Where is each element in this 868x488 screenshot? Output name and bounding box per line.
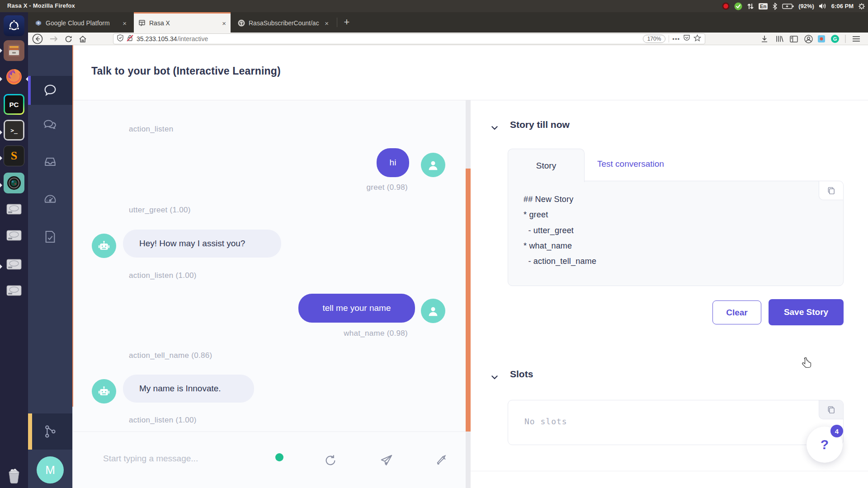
running-indicator: [0, 156, 2, 160]
save-story-button[interactable]: Save Story: [769, 299, 844, 325]
grammarly-extension-icon[interactable]: G: [830, 33, 840, 45]
page-actions-button[interactable]: •••: [672, 36, 680, 42]
user-message-bubble[interactable]: tell me your name: [298, 294, 415, 323]
sidebar-item-conversations[interactable]: [28, 111, 72, 140]
chat-scrollbar-thumb[interactable]: [466, 169, 471, 432]
clear-button[interactable]: Clear: [712, 300, 761, 324]
tab-test-conversation[interactable]: Test conversation: [597, 159, 664, 169]
network-arrows-icon[interactable]: [747, 3, 754, 10]
toolbar-separator: [844, 33, 847, 45]
focused-window-indicator: [26, 77, 28, 81]
story-line: * what_name: [524, 241, 572, 251]
intent-label[interactable]: what_name (0.98): [317, 329, 408, 338]
story-side-panel: Story till now Story Test conversation #…: [471, 100, 868, 488]
pocket-icon[interactable]: [683, 34, 690, 43]
story-line: - utter_greet: [524, 226, 574, 235]
bot-message-bubble[interactable]: Hey! How may I assist you?: [123, 230, 281, 258]
tracking-shield-icon[interactable]: [117, 34, 123, 43]
system-tray: En (92%) 6:06 PM: [722, 0, 865, 12]
gauge-icon: [43, 192, 57, 206]
person-icon: [426, 304, 440, 318]
chat-bubble-icon: [43, 83, 57, 98]
connection-status-dot: [275, 453, 283, 461]
tab-close-icon[interactable]: ×: [222, 19, 226, 27]
dock-disk-4-icon[interactable]: [4, 280, 24, 301]
dock-terminal-icon[interactable]: >_: [4, 120, 24, 141]
tab-close-icon[interactable]: ×: [123, 19, 127, 27]
browser-tab-bar: Google Cloud Platform × Rasa X × RasaSub…: [0, 12, 868, 33]
library-button[interactable]: [774, 33, 785, 45]
send-message-icon[interactable]: [379, 453, 394, 468]
annotate-pen-icon[interactable]: [434, 453, 449, 468]
browser-nav-bar: 35.233.105.34 /interactive 170% •••: [0, 33, 868, 45]
dock-sublime-icon[interactable]: S: [4, 145, 24, 166]
reload-button[interactable]: [63, 33, 73, 45]
tab-title: Rasa X: [149, 19, 170, 27]
tab-title: Google Cloud Platform: [46, 19, 110, 27]
system-menu-gear-icon[interactable]: [858, 3, 865, 10]
sublime-logo-icon: S: [11, 149, 17, 163]
hard-disk-icon: [5, 226, 23, 244]
sidebar-item-talk-to-bot[interactable]: [28, 76, 72, 105]
tab-close-icon[interactable]: ×: [325, 19, 329, 27]
account-button[interactable]: [803, 33, 814, 45]
terminal-logo-icon: >_: [4, 120, 24, 141]
firefox-logo-icon: [5, 67, 24, 86]
dock-trash-icon[interactable]: [4, 465, 24, 486]
tab-rasa-x[interactable]: Rasa X ×: [134, 12, 231, 33]
dock-disk-1-icon[interactable]: [4, 199, 24, 220]
event-action-label[interactable]: action_listen (1.00): [129, 416, 197, 425]
clock[interactable]: 6:06 PM: [831, 3, 854, 9]
dock-disk-2-icon[interactable]: [4, 225, 24, 246]
downloads-button[interactable]: [760, 33, 769, 45]
chat-input-divider: [73, 432, 466, 432]
screenshot-extension-icon[interactable]: [816, 33, 826, 45]
dock-files-icon[interactable]: [4, 40, 24, 61]
event-action-label[interactable]: utter_greet (1.00): [129, 206, 191, 215]
bluetooth-icon[interactable]: [772, 3, 778, 10]
intent-label[interactable]: greet (0.98): [317, 183, 408, 192]
sidebar-item-training-data[interactable]: [28, 222, 72, 251]
tab-story[interactable]: Story: [508, 149, 585, 182]
insecure-lock-icon[interactable]: [127, 34, 133, 43]
dock-firefox-icon[interactable]: [4, 66, 24, 87]
volume-icon[interactable]: [819, 3, 827, 9]
home-button[interactable]: [78, 33, 88, 45]
copy-story-button[interactable]: [819, 181, 843, 200]
zoom-level-button[interactable]: 170%: [643, 35, 666, 43]
user-message-bubble[interactable]: hi: [377, 148, 409, 177]
user-menu-avatar[interactable]: M: [37, 456, 64, 483]
sidebar-item-inbox[interactable]: [28, 147, 72, 176]
collapse-story-chevron-icon[interactable]: [491, 124, 499, 132]
sidebar-item-interactive-learning[interactable]: [28, 413, 72, 450]
url-bar[interactable]: 35.233.105.34 /interactive 170% •••: [113, 33, 705, 44]
forward-button[interactable]: [49, 33, 59, 45]
event-action-label[interactable]: action_tell_name (0.86): [129, 351, 212, 360]
restart-conversation-icon[interactable]: [323, 453, 338, 468]
tab-google-cloud-platform[interactable]: Google Cloud Platform ×: [30, 12, 131, 33]
record-indicator-icon[interactable]: [722, 2, 730, 10]
collapse-slots-chevron-icon[interactable]: [491, 373, 499, 381]
message-input[interactable]: [103, 451, 270, 466]
no-slots-text: No slots: [524, 417, 567, 426]
dock-disk-3-icon[interactable]: [4, 254, 24, 275]
keyboard-layout-indicator[interactable]: En: [759, 3, 768, 9]
tab-rasa-subscriber-count[interactable]: RasaSubscriberCount/ac ×: [233, 12, 333, 33]
dock-ubuntu-icon[interactable]: [4, 15, 24, 36]
status-check-icon[interactable]: [734, 2, 742, 10]
copy-slots-button[interactable]: [819, 400, 843, 419]
bookmark-star-icon[interactable]: [693, 34, 701, 43]
back-button[interactable]: [32, 33, 43, 45]
sidebar-item-dashboard[interactable]: [28, 185, 72, 214]
dock-pycharm-icon[interactable]: PC: [4, 94, 24, 115]
url-host: 35.233.105.34: [137, 35, 177, 42]
gcp-favicon: [35, 19, 42, 27]
sidebar-toggle-button[interactable]: [788, 33, 799, 45]
menu-hamburger-button[interactable]: [851, 33, 862, 45]
new-tab-button[interactable]: +: [340, 16, 354, 29]
dock-screen-recorder-icon[interactable]: [4, 173, 24, 193]
battery-icon[interactable]: [782, 3, 794, 9]
mouse-cursor: [800, 357, 813, 371]
bot-message-bubble[interactable]: My name is Innovate.: [123, 375, 254, 403]
event-action-label[interactable]: action_listen (1.00): [129, 271, 197, 280]
